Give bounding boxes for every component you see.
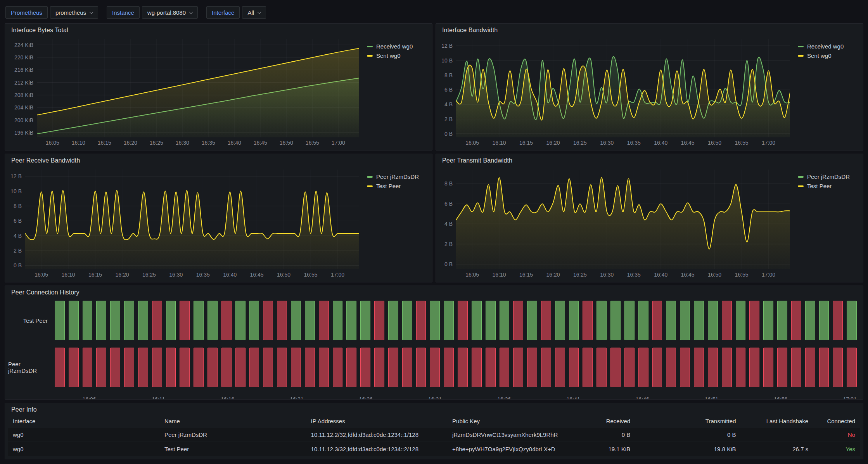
status-cell-disconnected[interactable] xyxy=(569,348,579,387)
status-cell-connected[interactable] xyxy=(194,301,204,340)
status-cell-connected[interactable] xyxy=(847,301,857,340)
status-cell-disconnected[interactable] xyxy=(513,301,523,340)
status-cell-disconnected[interactable] xyxy=(263,301,273,340)
status-cell-connected[interactable] xyxy=(124,301,134,340)
status-cell-disconnected[interactable] xyxy=(652,348,662,387)
status-cell-connected[interactable] xyxy=(472,301,482,340)
status-cell-disconnected[interactable] xyxy=(83,348,93,387)
status-cell-disconnected[interactable] xyxy=(333,348,343,387)
status-cell-disconnected[interactable] xyxy=(249,348,259,387)
status-cell-disconnected[interactable] xyxy=(430,348,440,387)
status-cell-disconnected[interactable] xyxy=(319,348,329,387)
status-cell-disconnected[interactable] xyxy=(207,348,218,387)
timeseries-chart[interactable]: 0 B2 B4 B6 B8 B16:0516:1016:1516:2016:25… xyxy=(439,166,794,279)
timeseries-chart[interactable]: 0 B2 B4 B6 B8 B10 B12 B16:0516:1016:1516… xyxy=(439,35,794,147)
status-cell-disconnected[interactable] xyxy=(722,301,732,340)
status-cell-disconnected[interactable] xyxy=(110,348,120,387)
status-cell-disconnected[interactable] xyxy=(749,348,759,387)
status-cell-connected[interactable] xyxy=(597,301,607,340)
status-cell-disconnected[interactable] xyxy=(221,348,232,387)
status-cell-disconnected[interactable] xyxy=(722,348,732,387)
status-cell-connected[interactable] xyxy=(360,301,370,340)
status-cell-disconnected[interactable] xyxy=(458,348,468,387)
status-cell-disconnected[interactable] xyxy=(652,301,662,340)
legend-item[interactable]: Sent wg0 xyxy=(367,52,428,59)
status-cell-disconnected[interactable] xyxy=(152,348,162,387)
status-cell-disconnected[interactable] xyxy=(541,301,551,340)
status-cell-disconnected[interactable] xyxy=(96,348,106,387)
variable-instance-dropdown[interactable]: wg-portal:8080 xyxy=(142,6,198,19)
status-cell-disconnected[interactable] xyxy=(610,348,621,387)
status-cell-connected[interactable] xyxy=(805,301,815,340)
panel-header[interactable]: Peer Connection History xyxy=(5,286,863,298)
status-cell-disconnected[interactable] xyxy=(374,301,384,340)
status-cell-connected[interactable] xyxy=(680,301,690,340)
status-cell-disconnected[interactable] xyxy=(472,348,482,387)
status-cell-disconnected[interactable] xyxy=(388,348,398,387)
status-cell-disconnected[interactable] xyxy=(277,348,287,387)
status-cell-disconnected[interactable] xyxy=(69,348,79,387)
status-cell-disconnected[interactable] xyxy=(583,348,593,387)
status-cell-disconnected[interactable] xyxy=(152,301,162,340)
status-cell-connected[interactable] xyxy=(444,301,454,340)
status-cell-disconnected[interactable] xyxy=(736,348,746,387)
status-cell-disconnected[interactable] xyxy=(583,301,593,340)
status-cell-connected[interactable] xyxy=(249,301,259,340)
status-cell-disconnected[interactable] xyxy=(319,301,329,340)
legend-item[interactable]: Peer jRzmDsDR xyxy=(798,173,859,180)
column-header-connected[interactable]: Connected xyxy=(813,415,860,428)
status-cell-connected[interactable] xyxy=(291,301,301,340)
status-cell-connected[interactable] xyxy=(96,301,106,340)
status-cell-connected[interactable] xyxy=(207,301,218,340)
status-cell-disconnected[interactable] xyxy=(541,348,551,387)
status-cell-disconnected[interactable] xyxy=(708,348,718,387)
status-cell-disconnected[interactable] xyxy=(416,301,426,340)
status-cell-disconnected[interactable] xyxy=(638,348,648,387)
column-header-received[interactable]: Received xyxy=(558,415,635,428)
column-header-interface[interactable]: Interface xyxy=(8,415,160,428)
timeseries-chart[interactable]: 0 B2 B4 B6 B8 B10 B12 B16:0516:1016:1516… xyxy=(8,166,363,279)
status-cell-connected[interactable] xyxy=(69,301,79,340)
status-cell-disconnected[interactable] xyxy=(416,348,426,387)
column-header-last-handshake[interactable]: Last Handshake xyxy=(741,415,813,428)
status-cell-connected[interactable] xyxy=(763,301,773,340)
legend-item[interactable]: Received wg0 xyxy=(798,43,859,50)
column-header-transmitted[interactable]: Transmitted xyxy=(635,415,740,428)
status-cell-connected[interactable] xyxy=(430,301,440,340)
status-cell-connected[interactable] xyxy=(235,301,246,340)
status-cell-disconnected[interactable] xyxy=(666,348,676,387)
status-cell-disconnected[interactable] xyxy=(360,348,370,387)
status-cell-disconnected[interactable] xyxy=(305,348,315,387)
status-cell-connected[interactable] xyxy=(346,301,356,340)
status-cell-connected[interactable] xyxy=(777,301,787,340)
status-cell-disconnected[interactable] xyxy=(374,348,384,387)
status-cell-disconnected[interactable] xyxy=(763,348,773,387)
legend-item[interactable]: Test Peer xyxy=(798,183,859,189)
legend-item[interactable]: Test Peer xyxy=(367,183,428,189)
status-cell-disconnected[interactable] xyxy=(166,348,176,387)
status-cell-disconnected[interactable] xyxy=(624,348,635,387)
status-cell-connected[interactable] xyxy=(110,301,120,340)
status-cell-disconnected[interactable] xyxy=(597,348,607,387)
status-cell-connected[interactable] xyxy=(138,301,148,340)
status-cell-disconnected[interactable] xyxy=(819,348,829,387)
status-cell-disconnected[interactable] xyxy=(277,301,287,340)
legend-item[interactable]: Sent wg0 xyxy=(798,52,859,59)
status-cell-connected[interactable] xyxy=(666,301,676,340)
status-cell-connected[interactable] xyxy=(166,301,176,340)
status-cell-disconnected[interactable] xyxy=(402,348,412,387)
status-cell-disconnected[interactable] xyxy=(486,348,496,387)
status-cell-connected[interactable] xyxy=(500,301,510,340)
status-cell-disconnected[interactable] xyxy=(833,348,843,387)
status-cell-disconnected[interactable] xyxy=(55,348,65,387)
legend-item[interactable]: Peer jRzmDsDR xyxy=(367,173,428,180)
status-cell-connected[interactable] xyxy=(610,301,621,340)
status-cell-disconnected[interactable] xyxy=(180,301,190,340)
status-cell-disconnected[interactable] xyxy=(847,348,857,387)
status-cell-connected[interactable] xyxy=(527,301,537,340)
status-cell-disconnected[interactable] xyxy=(694,348,704,387)
status-cell-connected[interactable] xyxy=(55,301,65,340)
panel-header[interactable]: Interface Bandwidth xyxy=(436,24,863,35)
status-cell-connected[interactable] xyxy=(83,301,93,340)
status-cell-disconnected[interactable] xyxy=(346,348,356,387)
